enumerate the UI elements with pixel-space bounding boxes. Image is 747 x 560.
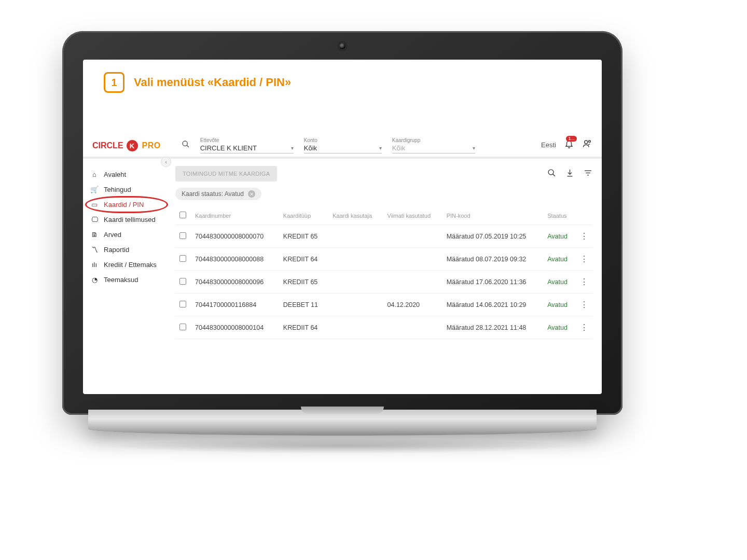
sidebar-item-chart[interactable]: 〽Raportid	[83, 242, 166, 257]
cell-pin: Määratud 08.07.2019 09:32	[442, 248, 544, 271]
toolbar: TOIMINGUD MITME KAARDIGA	[175, 166, 592, 181]
cell-carduser	[328, 248, 383, 271]
monitor-icon: 🖵	[90, 216, 99, 223]
row-menu-icon[interactable]: ⋮	[576, 225, 592, 248]
sidebar-collapse-icon[interactable]: ‹	[161, 157, 171, 167]
sidebar-item-cart[interactable]: 🛒Tehingud	[83, 182, 166, 197]
cards-table: Kaardinumber Kaarditüüp Kaardi kasutaja …	[175, 207, 592, 339]
table-row[interactable]: 7044830000008000096KREDIIT 65Määratud 17…	[175, 271, 592, 293]
row-menu-icon[interactable]: ⋮	[576, 316, 592, 339]
col-lastused[interactable]: Viimati kasutatud	[383, 207, 442, 225]
laptop-shadow	[104, 438, 581, 454]
svg-line-1	[187, 145, 189, 147]
cell-carduser	[328, 225, 383, 248]
cell-carduser	[328, 316, 383, 339]
cell-lastused	[383, 271, 442, 293]
sidebar-item-card[interactable]: ▭Kaardid / PIN	[83, 197, 166, 212]
cell-cardnumber: 7044830000008000070	[191, 225, 279, 248]
row-checkbox[interactable]	[179, 255, 186, 262]
select-all-checkbox[interactable]	[179, 212, 186, 218]
svg-line-5	[553, 174, 555, 176]
cell-lastused	[383, 316, 442, 339]
table-row[interactable]: 70441700000116884DEEBET 1104.12.2020Määr…	[175, 293, 592, 316]
company-value: CIRCLE K KLIENT	[200, 143, 257, 153]
col-status[interactable]: Staatus	[543, 207, 576, 225]
filter-chip[interactable]: Kaardi staatus: Avatud ✕	[175, 188, 261, 200]
sidebar-item-bars[interactable]: ılıKrediit / Ettemaks	[83, 257, 166, 272]
search-icon[interactable]	[547, 169, 556, 179]
col-carduser[interactable]: Kaardi kasutaja	[328, 207, 383, 225]
row-checkbox[interactable]	[179, 324, 186, 330]
row-menu-icon[interactable]: ⋮	[576, 248, 592, 271]
cell-pin: Määratud 28.12.2021 11:48	[442, 316, 544, 339]
row-menu-icon[interactable]: ⋮	[576, 293, 592, 316]
cell-status: Avatud	[543, 225, 576, 248]
instruction-bar: 1 Vali menüüst «Kaardid / PIN»	[83, 60, 602, 100]
caret-down-icon: ▾	[473, 145, 475, 151]
cart-icon: 🛒	[90, 186, 99, 193]
cell-lastused: 04.12.2020	[383, 293, 442, 316]
svg-point-0	[183, 141, 187, 146]
sidebar: ‹ ⌂Avaleht🛒Tehingud▭Kaardid / PIN🖵Kaardi…	[83, 159, 166, 394]
close-icon[interactable]: ✕	[248, 190, 255, 198]
card-icon: ▭	[90, 201, 99, 208]
row-checkbox[interactable]	[179, 301, 186, 307]
table-row[interactable]: 7044830000008000104KREDIIT 64Määratud 28…	[175, 316, 592, 339]
filter-chip-label: Kaardi staatus: Avatud	[182, 190, 244, 198]
cell-lastused	[383, 248, 442, 271]
user-menu-icon[interactable]	[582, 139, 592, 150]
brand-k-icon: K	[127, 140, 138, 151]
brand-logo[interactable]: CIRCLE K PRO	[92, 140, 161, 153]
cell-cardnumber: 70441700000116884	[191, 293, 279, 316]
sidebar-item-label: Kaardid / PIN	[104, 201, 144, 208]
cell-status: Avatud	[543, 271, 576, 293]
cell-carduser	[328, 293, 383, 316]
account-select[interactable]: Konto Kõik ▾	[304, 137, 382, 153]
table-row[interactable]: 7044830000008000070KREDIIT 65Määratud 07…	[175, 225, 592, 248]
notification-badge: 1...	[566, 136, 577, 142]
cell-pin: Määratud 17.06.2020 11:36	[442, 271, 544, 293]
doc-icon: 🗎	[90, 231, 99, 239]
notifications-button[interactable]: 1...	[564, 139, 574, 150]
cell-pin: Määratud 07.05.2019 10:25	[442, 225, 544, 248]
table-row[interactable]: 7044830000008000088KREDIIT 64Määratud 08…	[175, 248, 592, 271]
cell-cardtype: KREDIIT 64	[279, 316, 328, 339]
laptop-camera	[339, 43, 345, 49]
app-root: CIRCLE K PRO Ettevõte CIRCLE K KLIENT ▾ …	[83, 132, 602, 394]
account-label: Konto	[304, 137, 382, 143]
download-icon[interactable]	[565, 169, 574, 179]
sidebar-item-home[interactable]: ⌂Avaleht	[83, 167, 166, 182]
sidebar-item-label: Arved	[104, 231, 121, 239]
sidebar-item-monitor[interactable]: 🖵Kaardi tellimused	[83, 212, 166, 227]
col-cardtype[interactable]: Kaarditüüp	[279, 207, 328, 225]
company-select[interactable]: Ettevõte CIRCLE K KLIENT ▾	[200, 137, 294, 153]
cell-status: Avatud	[543, 316, 576, 339]
sidebar-item-label: Krediit / Ettemaks	[104, 261, 157, 269]
cardgroup-label: Kaardigrupp	[392, 137, 475, 143]
row-checkbox[interactable]	[179, 278, 186, 285]
cardgroup-select[interactable]: Kaardigrupp Kõik ▾	[392, 137, 475, 153]
cell-cardtype: KREDIIT 65	[279, 271, 328, 293]
filter-icon[interactable]	[584, 169, 592, 179]
cell-carduser	[328, 271, 383, 293]
sidebar-item-doc[interactable]: 🗎Arved	[83, 227, 166, 242]
bulk-actions-button[interactable]: TOIMINGUD MITME KAARDIGA	[175, 166, 277, 181]
home-icon: ⌂	[90, 171, 99, 178]
cell-cardtype: KREDIIT 65	[279, 225, 328, 248]
col-cardnumber[interactable]: Kaardinumber	[191, 207, 279, 225]
language-switch[interactable]: Eesti	[541, 141, 556, 149]
cell-status: Avatud	[543, 248, 576, 271]
sidebar-item-road[interactable]: ◔Teemaksud	[83, 272, 166, 287]
cell-pin: Määratud 14.06.2021 10:29	[442, 293, 544, 316]
col-pin[interactable]: PIN-kood	[442, 207, 544, 225]
company-label: Ettevõte	[200, 137, 294, 143]
row-checkbox[interactable]	[179, 232, 186, 239]
svg-point-2	[585, 141, 588, 144]
brand-pro-text: PRO	[142, 141, 161, 150]
instruction-text: Vali menüüst «Kaardid / PIN»	[134, 76, 291, 89]
sidebar-item-label: Teemaksud	[104, 276, 138, 284]
row-menu-icon[interactable]: ⋮	[576, 271, 592, 293]
road-icon: ◔	[90, 276, 99, 284]
cardgroup-placeholder: Kõik	[392, 143, 405, 153]
search-icon[interactable]	[182, 140, 190, 153]
